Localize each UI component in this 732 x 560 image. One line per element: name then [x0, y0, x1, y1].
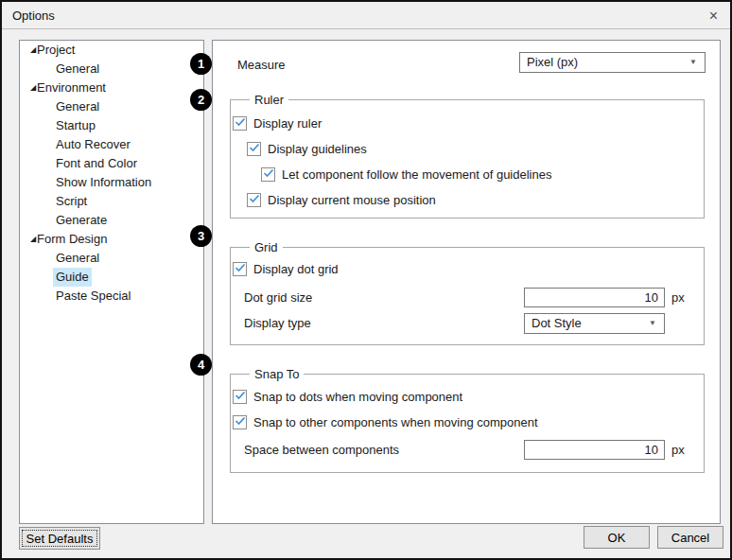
mouse-position-label: Display current mouse position: [268, 193, 436, 207]
sidebar-item-environment-general[interactable]: General: [20, 97, 203, 116]
display-ruler-row[interactable]: Display ruler: [233, 114, 322, 132]
follow-guidelines-checkbox[interactable]: [261, 167, 275, 182]
sidebar-item-font-and-color[interactable]: Font and Color: [20, 154, 203, 173]
sidebar-item-generate[interactable]: Generate: [20, 211, 203, 230]
ok-button[interactable]: OK: [584, 526, 650, 549]
sidebar-item-label: Auto Recover: [53, 135, 133, 154]
checkmark-icon: [235, 263, 246, 272]
annotation-badge-1: 1: [190, 53, 212, 75]
sidebar-item-project-general[interactable]: General: [20, 60, 203, 79]
sidebar-item-label: Environment: [34, 79, 109, 97]
chevron-down-icon: ▼: [649, 314, 656, 333]
checkmark-icon: [235, 391, 246, 400]
snap-to-components-label: Snap to other components when moving com…: [253, 415, 538, 429]
sidebar-item-label: Startup: [53, 116, 98, 135]
display-type-select[interactable]: Dot Style ▼: [524, 313, 665, 334]
mouse-position-checkbox[interactable]: [247, 193, 261, 207]
snap-to-components-checkbox[interactable]: [233, 415, 247, 429]
title-bar: Options ×: [2, 2, 730, 29]
grid-group-title: Grid: [250, 238, 283, 257]
sidebar-item-label: Project: [34, 41, 78, 60]
sidebar-item-label: Form Design: [34, 230, 110, 249]
display-ruler-checkbox[interactable]: [233, 116, 247, 131]
snap-to-dots-checkbox[interactable]: [233, 390, 247, 404]
sidebar-item-paste-special[interactable]: Paste Special: [20, 287, 203, 306]
sidebar-item-startup[interactable]: Startup: [20, 116, 203, 135]
mouse-position-row[interactable]: Display current mouse position: [247, 190, 436, 209]
sidebar-item-show-information[interactable]: Show Information: [20, 173, 203, 192]
sidebar-item-auto-recover[interactable]: Auto Recover: [20, 135, 203, 154]
snap-to-group-title: Snap To: [250, 365, 304, 384]
display-type-label: Display type: [244, 314, 311, 333]
follow-guidelines-row[interactable]: Let component follow the movement of gui…: [261, 165, 551, 184]
sidebar-item-label: Generate: [53, 211, 110, 230]
sidebar-item-label: Show Information: [53, 173, 154, 192]
sidebar-item-script[interactable]: Script: [20, 192, 203, 211]
sidebar-item-label: General: [53, 60, 102, 79]
annotation-badge-2: 2: [190, 89, 212, 111]
space-between-components-input[interactable]: [524, 440, 665, 460]
snap-to-dots-label: Snap to dots when moving component: [253, 390, 462, 404]
display-dot-grid-checkbox[interactable]: [233, 262, 247, 276]
sidebar-item-label-selected: Guide: [53, 268, 92, 287]
space-between-components-label: Space between components: [244, 441, 399, 460]
expanded-node-icon[interactable]: ◢: [20, 79, 34, 97]
options-dialog: Options × ◢ Project General ◢ Environmen…: [0, 0, 732, 560]
follow-guidelines-label: Let component follow the movement of gui…: [282, 167, 551, 182]
checkmark-icon: [249, 194, 260, 203]
chevron-down-icon: ▼: [689, 53, 697, 72]
sidebar-item-guide[interactable]: Guide: [20, 268, 203, 287]
measure-select[interactable]: Pixel (px) ▼: [519, 52, 706, 73]
display-dot-grid-label: Display dot grid: [253, 262, 339, 276]
settings-tree: ◢ Project General ◢ Environment General …: [19, 40, 204, 524]
sidebar-item-form-design-general[interactable]: General: [20, 249, 203, 268]
dot-grid-size-label: Dot grid size: [244, 289, 312, 307]
ruler-group-title: Ruler: [250, 91, 288, 110]
checkmark-icon: [249, 143, 260, 152]
dot-grid-size-input[interactable]: [524, 288, 665, 307]
annotation-badge-4: 4: [190, 354, 212, 376]
snap-to-dots-row[interactable]: Snap to dots when moving component: [233, 387, 462, 406]
sidebar-item-form-design[interactable]: ◢ Form Design: [20, 230, 203, 249]
sidebar-item-label: Script: [53, 192, 90, 211]
display-guidelines-label: Display guidelines: [268, 142, 367, 156]
annotation-badge-3: 3: [190, 225, 212, 247]
expanded-node-icon[interactable]: ◢: [20, 230, 34, 249]
checkmark-icon: [235, 117, 246, 127]
sidebar-item-label: Paste Special: [53, 287, 134, 306]
measure-select-value: Pixel (px): [527, 53, 578, 72]
sidebar-item-label: Font and Color: [53, 154, 140, 173]
display-dot-grid-row[interactable]: Display dot grid: [233, 259, 339, 278]
measure-label: Measure: [237, 56, 286, 75]
sidebar-item-project[interactable]: ◢ Project: [20, 41, 203, 60]
display-guidelines-row[interactable]: Display guidelines: [247, 139, 367, 158]
cancel-button[interactable]: Cancel: [657, 526, 723, 549]
window-title: Options: [12, 2, 55, 29]
display-ruler-label: Display ruler: [253, 116, 322, 131]
expanded-node-icon[interactable]: ◢: [20, 41, 34, 60]
checkmark-icon: [235, 416, 246, 426]
display-type-select-value: Dot Style: [532, 314, 582, 333]
checkmark-icon: [263, 168, 274, 178]
guide-settings-panel: Measure Pixel (px) ▼ Ruler Display ruler…: [212, 40, 721, 524]
sidebar-item-label: General: [53, 97, 102, 116]
display-guidelines-checkbox[interactable]: [247, 142, 261, 156]
dot-grid-size-unit: px: [671, 288, 685, 307]
space-between-components-unit: px: [671, 440, 685, 460]
sidebar-item-environment[interactable]: ◢ Environment: [20, 79, 203, 97]
close-icon[interactable]: ×: [709, 2, 718, 29]
snap-to-components-row[interactable]: Snap to other components when moving com…: [233, 412, 538, 431]
sidebar-item-label: General: [53, 249, 102, 268]
set-defaults-button[interactable]: Set Defaults: [19, 527, 100, 550]
